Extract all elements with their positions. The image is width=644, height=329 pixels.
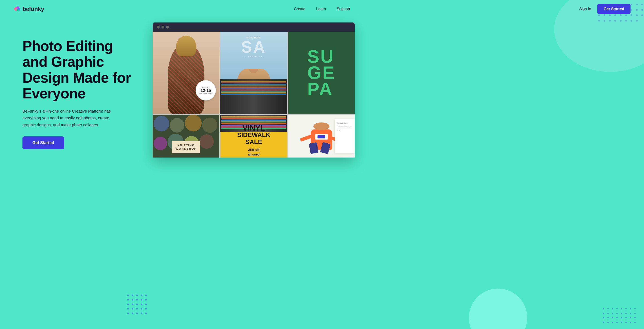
event-sub: ALL LOCATIONS xyxy=(199,93,213,94)
event-badge: AUGUST 12-15 ALL LOCATIONS xyxy=(196,80,216,101)
nav-support[interactable]: Support xyxy=(336,7,350,11)
svg-point-26 xyxy=(620,14,622,16)
svg-point-47 xyxy=(141,299,142,301)
navbar: befunky Create Learn Support Sign In Get… xyxy=(0,0,644,18)
svg-point-28 xyxy=(630,14,632,16)
svg-point-23 xyxy=(604,14,606,16)
svg-point-33 xyxy=(609,20,611,22)
svg-point-56 xyxy=(136,308,138,310)
browser-content: AUGUST 12-15 ALL LOCATIONS SUMMER SA IN … xyxy=(153,32,355,158)
knitting-label-text: KNITTINGWORKSHOP xyxy=(176,144,197,150)
nav-create[interactable]: Create xyxy=(294,7,306,11)
logo-text: befunky xyxy=(22,6,44,13)
svg-point-40 xyxy=(132,295,134,296)
dot-grid-top-right xyxy=(594,0,644,27)
logo-icon xyxy=(14,5,22,13)
nav-learn[interactable]: Learn xyxy=(316,7,326,11)
browser-dot-3 xyxy=(166,26,169,29)
svg-point-54 xyxy=(127,308,129,310)
circle-decoration-large xyxy=(469,288,527,329)
svg-point-57 xyxy=(141,308,142,310)
get-started-hero-button[interactable]: Get Started xyxy=(22,136,64,149)
svg-point-35 xyxy=(620,20,622,22)
svg-point-6 xyxy=(609,4,611,6)
nav-links: Create Learn Support xyxy=(294,7,350,11)
browser-cell-fashion: AUGUST 12-15 ALL LOCATIONS xyxy=(153,32,220,114)
svg-point-22 xyxy=(598,14,600,16)
svg-point-77 xyxy=(625,312,627,314)
browser-cell-knitting: KNITTINGWORKSHOP xyxy=(153,115,220,158)
svg-point-18 xyxy=(625,9,627,11)
svg-point-60 xyxy=(132,312,134,314)
svg-point-59 xyxy=(127,312,129,314)
svg-point-16 xyxy=(614,9,616,11)
svg-point-85 xyxy=(625,317,627,318)
svg-point-37 xyxy=(630,20,632,22)
logo[interactable]: befunky xyxy=(14,5,44,13)
svg-point-31 xyxy=(598,20,600,22)
svg-point-49 xyxy=(127,304,129,305)
svg-point-12 xyxy=(641,4,643,6)
svg-point-25 xyxy=(614,14,616,16)
svg-point-3 xyxy=(16,9,19,11)
event-date: 12-15 xyxy=(200,89,211,93)
svg-point-7 xyxy=(614,4,616,6)
browser-cell-vinyl: VINYL SIDEWALKSALE 25% offall usedvinyls… xyxy=(220,115,287,158)
hero-subtitle: BeFunky's all-in-one online Creative Pla… xyxy=(22,108,121,129)
svg-point-82 xyxy=(612,317,613,318)
svg-point-73 xyxy=(608,312,609,314)
svg-point-80 xyxy=(603,317,604,318)
sign-in-button[interactable]: Sign In xyxy=(579,7,591,11)
svg-point-8 xyxy=(620,4,622,6)
browser-cell-summer: SUMMER SA IN PARADISE xyxy=(220,32,287,114)
svg-point-20 xyxy=(636,9,638,11)
svg-point-94 xyxy=(630,321,631,323)
svg-point-30 xyxy=(641,14,643,16)
svg-point-87 xyxy=(634,317,636,318)
svg-point-48 xyxy=(145,299,147,301)
svg-point-17 xyxy=(620,9,622,11)
svg-point-63 xyxy=(145,312,147,314)
dot-grid-bottom-left xyxy=(126,293,148,315)
svg-point-78 xyxy=(630,312,631,314)
svg-point-90 xyxy=(612,321,613,323)
dot-grid-bottom-right xyxy=(601,306,637,324)
hero-title: Photo Editing and Graphic Design Made fo… xyxy=(22,38,139,102)
svg-point-89 xyxy=(608,321,609,323)
summer-main-text: SA xyxy=(225,40,282,54)
svg-point-5 xyxy=(604,4,606,6)
svg-point-21 xyxy=(641,9,643,11)
svg-point-24 xyxy=(609,14,611,16)
browser-mockup: AUGUST 12-15 ALL LOCATIONS SUMMER SA IN … xyxy=(153,23,355,158)
svg-point-51 xyxy=(136,304,138,305)
svg-point-72 xyxy=(603,312,604,314)
svg-point-38 xyxy=(636,20,638,22)
svg-point-4 xyxy=(598,4,600,6)
svg-point-44 xyxy=(127,299,129,301)
svg-point-66 xyxy=(612,308,613,309)
svg-point-55 xyxy=(132,308,134,310)
svg-point-95 xyxy=(634,321,636,323)
svg-point-75 xyxy=(616,312,618,314)
svg-point-19 xyxy=(630,9,632,11)
hero-text-block: Photo Editing and Graphic Design Made fo… xyxy=(22,25,139,149)
browser-mockup-wrapper: AUGUST 12-15 ALL LOCATIONS SUMMER SA IN … xyxy=(153,23,630,158)
svg-point-88 xyxy=(603,321,604,323)
nav-right: Sign In Get Started xyxy=(579,4,630,14)
hero-section: Photo Editing and Graphic Design Made fo… xyxy=(0,18,644,329)
svg-point-43 xyxy=(145,295,147,296)
browser-bar xyxy=(153,23,355,32)
svg-point-34 xyxy=(614,20,616,22)
vinyl-title-text: VINYL xyxy=(242,124,265,132)
svg-point-81 xyxy=(608,317,609,318)
svg-point-64 xyxy=(603,308,604,309)
vinyl-subtitle-text: SIDEWALKSALE xyxy=(237,132,270,146)
svg-point-71 xyxy=(634,308,636,309)
svg-point-50 xyxy=(132,304,134,305)
svg-point-27 xyxy=(625,14,627,16)
svg-point-83 xyxy=(616,317,618,318)
svg-point-84 xyxy=(621,317,622,318)
svg-point-86 xyxy=(630,317,631,318)
svg-point-41 xyxy=(136,295,138,296)
knitting-label: KNITTINGWORKSHOP xyxy=(172,141,200,153)
